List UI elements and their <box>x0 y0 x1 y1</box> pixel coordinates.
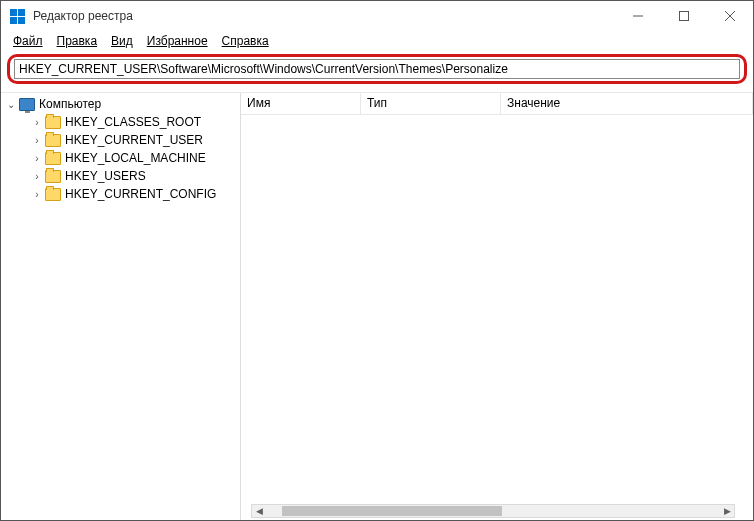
address-input[interactable] <box>14 59 740 79</box>
scroll-right-icon[interactable]: ▶ <box>720 505 734 517</box>
values-panel: Имя Тип Значение ◀ ▶ <box>241 93 753 520</box>
menu-file[interactable]: Файл <box>7 33 49 49</box>
folder-icon <box>45 152 61 165</box>
registry-editor-window: Редактор реестра Файл Правка Вид Избранн… <box>0 0 754 521</box>
folder-icon <box>45 170 61 183</box>
window-title: Редактор реестра <box>33 9 615 23</box>
scrollbar-thumb[interactable] <box>282 506 502 516</box>
menu-help[interactable]: Справка <box>216 33 275 49</box>
collapse-icon[interactable]: ⌄ <box>5 99 17 110</box>
tree-root-label: Компьютер <box>39 97 101 111</box>
column-name[interactable]: Имя <box>241 93 361 114</box>
tree-item-hkcu[interactable]: › HKEY_CURRENT_USER <box>27 131 236 149</box>
menu-favorites[interactable]: Избранное <box>141 33 214 49</box>
tree-item-hklm[interactable]: › HKEY_LOCAL_MACHINE <box>27 149 236 167</box>
svg-rect-1 <box>680 12 689 21</box>
tree-item-label: HKEY_USERS <box>65 169 146 183</box>
expand-icon[interactable]: › <box>31 117 43 128</box>
expand-icon[interactable]: › <box>31 171 43 182</box>
minimize-button[interactable] <box>615 1 661 31</box>
tree-panel[interactable]: ⌄ Компьютер › HKEY_CLASSES_ROOT › HKEY_C… <box>1 93 241 520</box>
menu-edit[interactable]: Правка <box>51 33 104 49</box>
column-headers: Имя Тип Значение <box>241 93 753 115</box>
scroll-left-icon[interactable]: ◀ <box>252 505 266 517</box>
app-icon <box>9 8 25 24</box>
folder-icon <box>45 116 61 129</box>
close-button[interactable] <box>707 1 753 31</box>
menubar: Файл Правка Вид Избранное Справка <box>1 31 753 51</box>
tree-item-hku[interactable]: › HKEY_USERS <box>27 167 236 185</box>
maximize-button[interactable] <box>661 1 707 31</box>
tree-item-label: HKEY_CURRENT_CONFIG <box>65 187 216 201</box>
column-value[interactable]: Значение <box>501 93 753 114</box>
addressbar-container <box>1 51 753 92</box>
tree-item-label: HKEY_CLASSES_ROOT <box>65 115 201 129</box>
tree-children: › HKEY_CLASSES_ROOT › HKEY_CURRENT_USER … <box>5 113 236 203</box>
tree-item-hkcr[interactable]: › HKEY_CLASSES_ROOT <box>27 113 236 131</box>
tree-item-label: HKEY_CURRENT_USER <box>65 133 203 147</box>
titlebar: Редактор реестра <box>1 1 753 31</box>
tree-item-hkcc[interactable]: › HKEY_CURRENT_CONFIG <box>27 185 236 203</box>
expand-icon[interactable]: › <box>31 189 43 200</box>
horizontal-scrollbar[interactable]: ◀ ▶ <box>251 504 735 518</box>
tree-root-computer[interactable]: ⌄ Компьютер <box>5 95 236 113</box>
content-area: ⌄ Компьютер › HKEY_CLASSES_ROOT › HKEY_C… <box>1 92 753 520</box>
computer-icon <box>19 98 35 111</box>
addressbar-highlight <box>7 54 747 84</box>
column-type[interactable]: Тип <box>361 93 501 114</box>
expand-icon[interactable]: › <box>31 135 43 146</box>
folder-icon <box>45 188 61 201</box>
expand-icon[interactable]: › <box>31 153 43 164</box>
values-list[interactable]: ◀ ▶ <box>241 115 753 520</box>
window-controls <box>615 1 753 31</box>
folder-icon <box>45 134 61 147</box>
menu-view[interactable]: Вид <box>105 33 139 49</box>
tree-item-label: HKEY_LOCAL_MACHINE <box>65 151 206 165</box>
